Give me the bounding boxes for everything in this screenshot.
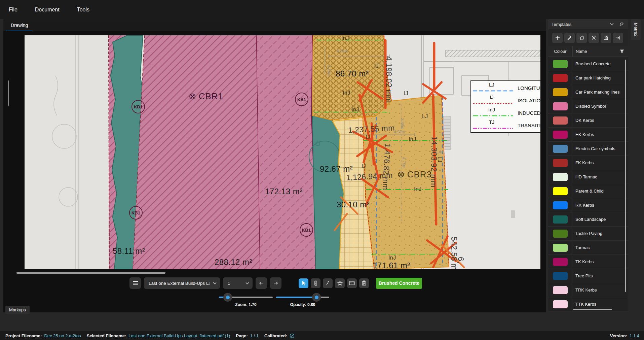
- selected-filename-value[interactable]: Last one External Build-Ups Layout_flatt…: [128, 333, 230, 338]
- template-row[interactable]: Electric Car symbols: [548, 142, 628, 156]
- length-measurement[interactable]: 6,: [456, 257, 465, 264]
- templates-v-scrollbar[interactable]: [625, 60, 626, 292]
- templates-panel-title: Templates: [552, 22, 604, 27]
- menu-tools[interactable]: Tools: [77, 7, 89, 13]
- hamburger-icon: [132, 281, 138, 285]
- area-measurement[interactable]: 86.70 m²: [336, 69, 369, 78]
- length-measurement[interactable]: 542.58 mm: [449, 237, 458, 269]
- joint-label: LJ: [422, 113, 428, 120]
- keyboard-button[interactable]: [347, 278, 357, 288]
- template-name: TK Kerbs: [572, 259, 628, 264]
- template-row[interactable]: TRK Kerbs: [548, 283, 628, 297]
- save-icon: [603, 35, 608, 40]
- markups-button[interactable]: Markups: [5, 306, 30, 314]
- menu-bar: File Document Tools: [0, 0, 644, 19]
- collapse-chevron-icon[interactable]: [610, 23, 614, 26]
- template-name: DK Kerbs: [572, 118, 628, 123]
- save-template-button[interactable]: [601, 33, 611, 43]
- template-row[interactable]: RK Kerbs: [548, 198, 628, 212]
- active-template-button[interactable]: Brushed Concrete: [376, 278, 422, 289]
- pointer-tool-button[interactable]: [299, 278, 308, 288]
- menu-document[interactable]: Document: [35, 7, 60, 13]
- notes-tool-button[interactable]: [359, 278, 369, 288]
- template-row[interactable]: Car park Hatching: [548, 71, 628, 85]
- length-measurement[interactable]: 4,198.02 mm: [384, 56, 393, 103]
- legend-line-inj: [473, 115, 513, 117]
- file-select[interactable]: Last one External Build-Ups Layout_f: [144, 277, 220, 289]
- template-swatch: [553, 74, 568, 82]
- template-row[interactable]: Disbled Symbol: [548, 99, 628, 113]
- drawing-page[interactable]: ⊗ CBR1 ⊗ CBR3 KB1 KB1 KB1 KB1 86.70 m² 9…: [25, 35, 540, 269]
- area-measurement[interactable]: 30.10 m²: [337, 200, 370, 209]
- export-template-button[interactable]: [613, 33, 623, 43]
- template-row[interactable]: DK Kerbs: [548, 113, 628, 128]
- template-row[interactable]: Soft Landscape: [548, 212, 628, 227]
- chevron-down-icon: [213, 282, 217, 284]
- canvas-viewport[interactable]: ⊗ CBR1 ⊗ CBR3 KB1 KB1 KB1 KB1 86.70 m² 9…: [3, 31, 546, 312]
- template-swatch: [553, 201, 568, 209]
- duplicate-template-button[interactable]: [576, 33, 587, 43]
- area-measurement[interactable]: 288.12 m²: [215, 258, 252, 267]
- template-swatch: [553, 102, 568, 110]
- kb1-marker: KB1: [129, 206, 143, 219]
- zoom-slider-thumb[interactable]: [223, 293, 232, 302]
- template-row[interactable]: Brushed Concrete: [548, 57, 628, 71]
- templates-panel: Templates: [548, 19, 628, 312]
- canvas-v-scrollbar[interactable]: [8, 80, 9, 106]
- opacity-slider[interactable]: Opacity: 0.80: [276, 293, 329, 308]
- prev-page-button[interactable]: [256, 277, 267, 289]
- template-row[interactable]: TK Kerbs: [548, 255, 628, 269]
- arrow-left-icon: [259, 280, 264, 286]
- side-tab-metre2[interactable]: Metre2: [631, 19, 641, 40]
- template-row[interactable]: EK Kerbs: [548, 128, 628, 142]
- pencil-icon: [567, 35, 572, 40]
- legend-desc: ISOLATION: [518, 98, 540, 103]
- page-select[interactable]: 1: [223, 277, 253, 289]
- cbr-symbol-icon: ⊗: [397, 170, 405, 179]
- joint-legend: LJ LONGITUDINAL IJ ISOLATION InJ: [470, 80, 540, 133]
- tab-drawing[interactable]: Drawing: [6, 21, 33, 32]
- legend-line-ij: [473, 102, 513, 104]
- area-measurement[interactable]: 58.11 m²: [113, 246, 145, 256]
- zoom-slider-label: Zoom: 1.70: [219, 302, 273, 307]
- delete-template-button[interactable]: [589, 33, 599, 43]
- template-row[interactable]: Tree Pits: [548, 269, 628, 283]
- ruler-icon: [313, 280, 318, 286]
- template-swatch: [553, 244, 568, 252]
- clipboard-icon: [362, 280, 367, 286]
- filter-icon[interactable]: [619, 49, 628, 54]
- add-template-button[interactable]: [552, 33, 563, 43]
- polyline-tool-button[interactable]: [323, 278, 333, 288]
- project-filename-value[interactable]: Dec 25 no 2.m2tos: [44, 333, 81, 338]
- star-tool-button[interactable]: [335, 278, 345, 288]
- template-name: TRK Kerbs: [572, 287, 628, 293]
- area-measurement[interactable]: 172.13 m²: [265, 187, 303, 196]
- template-name: Tree Pits: [572, 273, 628, 278]
- joint-label: IJ: [362, 163, 366, 169]
- workspace: Drawing: [0, 19, 644, 331]
- templates-h-scrollbar[interactable]: [573, 309, 612, 310]
- template-row[interactable]: Tactile Paving: [548, 227, 628, 241]
- star-icon: [337, 280, 343, 286]
- pin-icon[interactable]: [619, 22, 624, 27]
- template-row[interactable]: FK Kerbs: [548, 156, 628, 170]
- pdf-dimension: 4.70m: [402, 157, 406, 168]
- opacity-slider-thumb[interactable]: [312, 293, 321, 302]
- edit-template-button[interactable]: [564, 33, 575, 43]
- cbr-symbol-icon: ⊗: [189, 92, 197, 101]
- template-row[interactable]: HD Tarmac: [548, 170, 628, 184]
- menu-file[interactable]: File: [9, 7, 17, 13]
- area-measurement[interactable]: 92.67 m²: [320, 164, 353, 174]
- chevron-down-icon: [245, 282, 249, 284]
- template-row[interactable]: Car Park marking lines: [548, 85, 628, 99]
- pointer-icon: [301, 280, 306, 286]
- ruler-tool-button[interactable]: [311, 278, 320, 288]
- zoom-slider[interactable]: Zoom: 1.70: [219, 293, 273, 308]
- area-measurement[interactable]: 171.61 m²: [373, 261, 410, 269]
- menu-button[interactable]: [129, 277, 141, 289]
- template-row[interactable]: Parent & Child: [548, 184, 628, 198]
- template-name: EK Kerbs: [572, 132, 628, 137]
- canvas-h-scrollbar[interactable]: [16, 272, 165, 274]
- template-row[interactable]: Tarmac: [548, 241, 628, 255]
- next-page-button[interactable]: [270, 277, 281, 289]
